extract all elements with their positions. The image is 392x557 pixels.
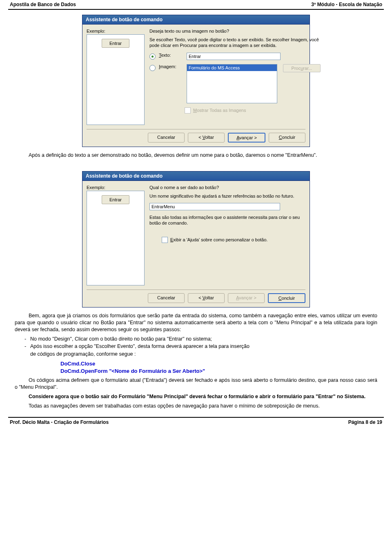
dialog1-preview-pane: Entrar (87, 34, 145, 125)
dialog2-title: Assistente de botão de comando (82, 172, 310, 181)
show-help-checkbox[interactable] (162, 237, 168, 243)
dialog2-after-text: Estas são todas as informações que o ass… (149, 214, 305, 226)
button-name-input[interactable]: EntrarMenu (149, 203, 280, 210)
paragraph-5: Todas as navegações devem ser trabalhada… (15, 403, 377, 410)
option-text-label[interactable]: Texto: (159, 53, 183, 58)
option-row-image: Imagem: Formulário do MS Access Procurar… (149, 64, 321, 103)
show-all-images-checkbox (185, 107, 191, 114)
steps-list: -No modo "Design", Clicar com o botão di… (24, 336, 377, 358)
dialog1-separator (87, 129, 305, 129)
footer-right: Página 8 de 19 (348, 419, 382, 425)
dialog2-question: Qual o nome a ser dado ao botão? (149, 185, 305, 190)
dialog2-separator (87, 290, 305, 290)
paragraph-1: Após a definição do texto a ser demonstr… (15, 152, 377, 159)
dialog2-help: Um nome significativo lhe ajudará a faze… (149, 193, 305, 199)
dialog2-sample-button: Entrar (102, 195, 129, 204)
code-block: DoCmd.Close DoCmd.OpenForm "<Nome do For… (60, 360, 377, 374)
code-line-2: DoCmd.OpenForm "<Nome do Formulário a Se… (60, 368, 377, 375)
dialog2-preview-label: Exemplo: (87, 185, 145, 190)
dialog2-finish-button[interactable]: Concluir (268, 293, 305, 303)
radio-text[interactable] (149, 53, 156, 60)
browse-button: Procurar... (283, 64, 321, 72)
paragraph-2: Bem, agora que já criamos os dois formul… (15, 312, 377, 333)
option-row-text: Texto: Entrar (149, 53, 321, 60)
dialog1-cancel-button[interactable]: Cancelar (148, 133, 185, 143)
dialog2-cancel-button[interactable]: Cancelar (148, 293, 185, 303)
dialog1-preview-label: Exemplo: (87, 29, 145, 33)
text-button-input[interactable]: Entrar (187, 53, 281, 60)
wizard-dialog-2: Assistente de botão de comando Exemplo: … (82, 171, 310, 307)
option-image-label[interactable]: Imagem: (159, 64, 183, 69)
dialog2-next-button: Avançar > (228, 293, 265, 303)
image-listbox[interactable]: Formulário do MS Access (187, 64, 277, 103)
step-2-line2: de códigos de programação, conforme segu… (30, 351, 377, 358)
footer-left: Prof. Décio Malta - Criação de Formulári… (10, 419, 109, 425)
paragraph-3: Os códigos acima definem que o formulári… (15, 377, 377, 391)
dialog1-sample-button: Entrar (102, 39, 129, 48)
header-right: 3º Módulo - Escola de Natação (311, 2, 382, 7)
dialog1-help: Se escolher Texto, você pode digitar o t… (149, 37, 321, 49)
image-list-selected[interactable]: Formulário do MS Access (187, 65, 277, 71)
wizard-dialog-1: Assistente de botão de comando Exemplo: … (82, 15, 310, 147)
header-rule (8, 9, 384, 10)
dialog1-title: Assistente de botão de comando (82, 15, 310, 25)
header-left: Apostila de Banco de Dados (10, 2, 76, 7)
dialog2-preview-pane: Entrar (87, 191, 145, 285)
radio-image[interactable] (149, 65, 156, 71)
dialog1-question: Deseja texto ou uma imagem no botão? (149, 29, 321, 33)
dialog1-back-button[interactable]: < Voltar (188, 133, 225, 143)
code-line-1: DoCmd.Close (60, 360, 377, 368)
step-2-line1: Após isso escolher a opção "Escolher Eve… (30, 343, 377, 350)
dialog1-finish-button[interactable]: Concluir (269, 133, 305, 143)
show-all-images-label: Mostrar Todas as Imagens (193, 108, 246, 113)
step-1: No modo "Design", Clicar com o botão dir… (30, 336, 377, 343)
dialog1-next-button[interactable]: Avançar > (228, 133, 265, 143)
paragraph-4: Considere agora que o botão sair do Form… (15, 393, 377, 400)
dialog2-back-button[interactable]: < Voltar (188, 293, 225, 303)
show-help-label: Exibir a 'Ajuda' sobre como personalizar… (170, 237, 267, 242)
